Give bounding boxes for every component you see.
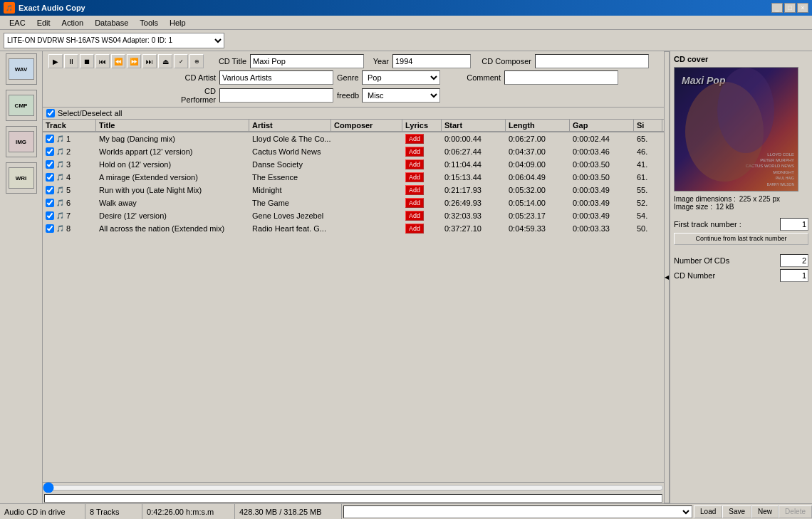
menu-eac[interactable]: EAC <box>4 17 31 28</box>
new-button[interactable]: New <box>751 505 779 518</box>
close-button[interactable]: × <box>797 3 808 13</box>
image-dimensions-label: Image dimensions : <box>674 195 736 203</box>
continue-button[interactable]: Continue from last track number <box>674 233 808 245</box>
performer-input[interactable] <box>219 88 333 103</box>
sidebar-icon-img[interactable]: IMG <box>6 126 37 157</box>
track-lyrics-cell[interactable]: Add <box>402 132 442 145</box>
add-lyrics-button[interactable]: Add <box>405 224 424 234</box>
menu-database[interactable]: Database <box>89 17 134 28</box>
col-artist[interactable]: Artist <box>249 120 331 131</box>
select-all-checkbox[interactable] <box>46 109 55 117</box>
empty-table-row <box>43 376 664 389</box>
table-row[interactable]: 🎵 8 All across the nation (Extended mix)… <box>43 222 664 235</box>
track-checkbox[interactable] <box>46 135 54 143</box>
size-display: 428.30 MB / 318.25 MB <box>235 504 342 519</box>
menu-edit[interactable]: Edit <box>31 17 56 28</box>
collapse-button[interactable]: ◀ <box>664 51 670 503</box>
play-button[interactable]: ▶ <box>48 54 63 68</box>
track-lyrics-cell[interactable]: Add <box>402 145 442 157</box>
horizontal-scrollbar[interactable] <box>43 482 664 493</box>
prev-button[interactable]: ⏪ <box>111 54 125 68</box>
table-row[interactable]: 🎵 6 Walk away The Game Add 0:26:49.93 0:… <box>43 196 664 209</box>
track-lyrics-cell[interactable]: Add <box>402 196 442 209</box>
minimize-button[interactable]: _ <box>771 3 783 13</box>
image-size-label: Image size : <box>674 203 712 211</box>
sidebar-icon-cmp[interactable]: CMP <box>6 90 37 121</box>
prev-track-button[interactable]: ⏮ <box>95 54 110 68</box>
delete-button[interactable]: Delete <box>779 505 812 518</box>
track-number: 7 <box>66 211 71 220</box>
next-track-button[interactable]: ⏭ <box>142 54 157 68</box>
menu-action[interactable]: Action <box>56 17 90 28</box>
track-checkbox[interactable] <box>46 160 54 169</box>
sidebar-icon-wri[interactable]: WRI <box>6 162 37 194</box>
track-count: 8 Tracks <box>85 504 142 519</box>
composer-input[interactable] <box>535 54 649 68</box>
table-row[interactable]: 🎵 4 A mirage (Extended version) The Esse… <box>43 171 664 184</box>
table-row[interactable]: 🎵 1 My bag (Dancing mix) Lloyd Cole & Th… <box>43 132 664 145</box>
cd-title-input[interactable] <box>250 54 364 68</box>
track-lyrics-cell[interactable]: Add <box>402 184 442 196</box>
num-cds-input[interactable] <box>780 254 808 267</box>
extra-btn2[interactable]: ⊕ <box>189 54 204 68</box>
add-lyrics-button[interactable]: Add <box>405 172 424 182</box>
track-checkbox[interactable] <box>46 186 54 194</box>
freedb-select[interactable]: Misc <box>362 88 440 103</box>
add-lyrics-button[interactable]: Add <box>405 147 424 157</box>
format-select[interactable] <box>343 505 692 518</box>
track-lyrics-cell[interactable]: Add <box>402 222 442 234</box>
track-checkbox[interactable] <box>46 173 54 182</box>
track-lyrics-cell[interactable]: Add <box>402 209 442 221</box>
add-lyrics-button[interactable]: Add <box>405 185 424 195</box>
add-lyrics-button[interactable]: Add <box>405 198 424 208</box>
track-gap-cell: 0:00:03.46 <box>570 145 634 157</box>
table-row[interactable]: 🎵 7 Desire (12' version) Gene Loves Jeze… <box>43 209 664 222</box>
col-length[interactable]: Length <box>506 120 570 131</box>
menu-tools[interactable]: Tools <box>134 17 164 28</box>
load-button[interactable]: Load <box>694 505 722 518</box>
h-scroll-slider[interactable] <box>43 483 664 493</box>
col-lyrics[interactable]: Lyrics <box>402 120 442 131</box>
window-controls[interactable]: _ □ × <box>771 3 808 13</box>
year-input[interactable] <box>392 54 471 68</box>
note-icon: 🎵 <box>56 148 64 155</box>
col-track[interactable]: Track <box>43 120 96 131</box>
save-button[interactable]: Save <box>722 505 751 518</box>
eject-button[interactable]: ⏏ <box>158 54 172 68</box>
track-lyrics-cell[interactable]: Add <box>402 171 442 183</box>
track-checkbox[interactable] <box>46 147 54 156</box>
comment-input[interactable] <box>504 70 618 85</box>
pause-button[interactable]: ⏸ <box>64 54 78 68</box>
toolbar: LITE-ON DVDRW SH-16A7S WS04 Adapter: 0 I… <box>0 30 812 51</box>
cd-number-input[interactable] <box>780 269 808 282</box>
cd-count-section: Number Of CDs CD Number <box>674 254 808 284</box>
col-start[interactable]: Start <box>442 120 506 131</box>
artist-input[interactable] <box>219 70 333 85</box>
col-composer[interactable]: Composer <box>331 120 402 131</box>
scroll-track[interactable] <box>44 494 662 503</box>
table-row[interactable]: 🎵 2 Worlds appart (12' version) Cactus W… <box>43 145 664 158</box>
drive-select[interactable]: LITE-ON DVDRW SH-16A7S WS04 Adapter: 0 I… <box>4 33 224 48</box>
sidebar-icon-wav[interactable]: WAV <box>6 53 37 85</box>
track-checkbox[interactable] <box>46 211 54 220</box>
add-lyrics-button[interactable]: Add <box>405 159 424 169</box>
genre-select[interactable]: Pop <box>362 70 440 85</box>
extra-btn1[interactable]: ✓ <box>174 54 188 68</box>
track-lyrics-cell[interactable]: Add <box>402 158 442 170</box>
col-gap[interactable]: Gap <box>570 120 634 131</box>
track-composer-cell <box>331 132 402 145</box>
table-row[interactable]: 🎵 5 Run with you (Late Night Mix) Midnig… <box>43 184 664 196</box>
next-button[interactable]: ⏩ <box>127 54 141 68</box>
stop-button[interactable]: ⏹ <box>80 54 94 68</box>
first-track-input[interactable] <box>780 218 808 231</box>
table-row[interactable]: 🎵 3 Hold on (12' version) Danse Society … <box>43 158 664 171</box>
menu-help[interactable]: Help <box>164 17 192 28</box>
track-area: Track Title Artist Composer Lyrics Start… <box>43 120 664 482</box>
col-size[interactable]: Si <box>634 120 662 131</box>
maximize-button[interactable]: □ <box>784 3 796 13</box>
add-lyrics-button[interactable]: Add <box>405 134 424 144</box>
add-lyrics-button[interactable]: Add <box>405 211 424 221</box>
track-checkbox[interactable] <box>46 224 54 233</box>
col-title[interactable]: Title <box>96 120 249 131</box>
track-checkbox[interactable] <box>46 199 54 207</box>
